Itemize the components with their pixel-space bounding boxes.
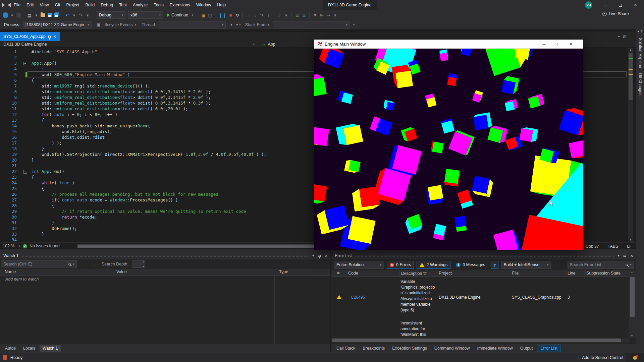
save-all-button[interactable] xyxy=(53,11,59,19)
menu-file[interactable]: File xyxy=(11,0,23,10)
search-back-icon[interactable]: ← xyxy=(84,262,88,267)
code-line[interactable]: 17 ) ); xyxy=(0,140,62,146)
menu-git[interactable]: Git xyxy=(52,0,63,10)
nav-back-dropdown[interactable]: ▾ xyxy=(9,11,15,19)
redo-dropdown[interactable]: ▾ xyxy=(85,11,91,19)
menu-window[interactable]: Window xyxy=(193,0,214,10)
tab-sys-class-app[interactable]: SYS_CLASS_App.cpp ✕ xyxy=(0,32,60,41)
bookmark-button[interactable]: ⚑ xyxy=(312,11,318,19)
avatar[interactable]: YH xyxy=(585,1,592,9)
new-file-dropdown[interactable]: ▾ xyxy=(33,11,39,19)
line-tools-button[interactable]: # xyxy=(276,11,282,19)
code-line[interactable]: 31 } xyxy=(0,220,54,226)
error-column-suppression-state[interactable]: Suppression State xyxy=(586,271,621,276)
menu-help[interactable]: Help xyxy=(214,0,229,10)
code-line[interactable]: 1#include "SYS_CLASS_App.h" xyxy=(0,49,97,55)
filter-flagged-icon[interactable]: ▼✎ xyxy=(235,23,241,26)
pin-icon[interactable] xyxy=(318,255,321,257)
pin-icon[interactable] xyxy=(624,255,626,257)
add-to-source-control-button[interactable]: ↑ Add to Source Control xyxy=(578,355,623,360)
pin-icon[interactable] xyxy=(48,36,51,38)
error-file[interactable]: SYS_CLASS_Graphics.cpp xyxy=(512,295,566,300)
zoom-control[interactable]: 102 % ▾ xyxy=(0,244,23,248)
menu-view[interactable]: View xyxy=(37,0,52,10)
code-line[interactable]: 27 if( const auto ecode = Window::Proces… xyxy=(0,197,178,203)
code-line[interactable]: 20} xyxy=(0,157,34,163)
code-line[interactable]: 10 std::uniform_real_distribution<float>… xyxy=(0,100,211,106)
engine-close-button[interactable]: ✕ xyxy=(565,40,577,49)
prev-bookmark-button[interactable]: ⇤ xyxy=(319,11,325,19)
code-line[interactable]: 23{ xyxy=(0,174,34,180)
redo-button[interactable]: ↷ xyxy=(78,11,84,19)
rail-tab-solution-explorer[interactable]: Solution Explorer xyxy=(638,38,643,68)
process-dropdown[interactable]: [108808] DX11 3D Game Engin▾ xyxy=(23,21,92,28)
code-line[interactable]: 28 { xyxy=(0,203,54,208)
error-column-description[interactable]: Description ▽ xyxy=(401,271,427,276)
tab-breakpoints[interactable]: Breakpoints xyxy=(360,345,388,352)
live-share-button[interactable]: Live Share xyxy=(602,11,629,16)
background-task-icon[interactable] xyxy=(3,355,7,360)
pin-icon[interactable]: ⊤ xyxy=(640,30,643,33)
tab-error-list[interactable]: Error List xyxy=(537,345,561,352)
watch-titlebar[interactable]: Watch 1 ▾ ✕ xyxy=(0,252,330,259)
health-check-icon[interactable]: ✓ xyxy=(23,244,27,248)
step-out-button[interactable]: ↑ xyxy=(265,11,271,19)
filter-button[interactable] xyxy=(491,261,498,269)
menu-debug[interactable]: Debug xyxy=(98,0,116,10)
code-line[interactable]: 22−int App::Go() xyxy=(0,169,64,174)
code-line[interactable]: 16 ddist,odist,rdist xyxy=(0,134,105,140)
open-folder-button[interactable] xyxy=(40,11,46,19)
preview-window-button[interactable]: ▢ xyxy=(207,11,213,19)
code-line[interactable]: 12 for( auto i = 0; i < 80; i++ ) xyxy=(0,112,117,117)
engine-maximize-button[interactable]: ▢ xyxy=(551,40,562,49)
tab-output[interactable]: Output xyxy=(517,345,536,352)
filter-threads-icon[interactable]: ▼ xyxy=(230,23,233,26)
hot-reload-button[interactable]: ▣ xyxy=(201,11,207,19)
tab-exception-settings[interactable]: Exception Settings xyxy=(389,345,430,352)
menu-extensions[interactable]: Extensions xyxy=(167,0,193,10)
menu-analyze[interactable]: Analyze xyxy=(130,0,151,10)
step-over-button[interactable]: ↷ xyxy=(259,11,265,19)
scroll-up-icon[interactable]: ▲ xyxy=(628,48,633,52)
error-list-titlebar[interactable]: Error List ▾ ✕ xyxy=(331,252,636,259)
window-position-dropdown-icon[interactable]: ▾ xyxy=(312,254,314,257)
scroll-up-icon[interactable]: ▲ xyxy=(631,271,633,274)
engine-main-window[interactable]: Engine Main Window ─ ▢ ✕ xyxy=(314,40,583,250)
nav-forward-button[interactable]: → xyxy=(16,12,21,18)
scroll-down-icon[interactable]: ▼ xyxy=(631,334,633,337)
editor-vertical-scrollbar[interactable]: ▲ ▼ xyxy=(628,48,633,242)
code-line[interactable]: 29 // if return optional has value, mean… xyxy=(0,208,246,214)
menu-build[interactable]: Build xyxy=(82,0,98,10)
code-line[interactable]: 15 wnd.Gfx(),rng,adist, xyxy=(0,129,112,134)
tab-immediate-window[interactable]: Immediate Window xyxy=(474,345,516,352)
nav-back-button[interactable]: ← xyxy=(3,12,8,18)
error-column-line[interactable]: Line xyxy=(568,271,576,276)
error-scope-dropdown[interactable]: Entire Solution▾ xyxy=(334,261,384,269)
show-next-statement-button[interactable]: → xyxy=(245,11,251,19)
code-line[interactable]: 32 DoFrame(); xyxy=(0,226,77,231)
error-search-input[interactable]: Search Error List ▾ xyxy=(568,261,634,269)
lifecycle-events-button[interactable]: Lifecycle Events xyxy=(102,22,132,27)
code-line[interactable]: 6{ xyxy=(0,77,34,83)
scroll-down-icon[interactable]: ▼ xyxy=(628,238,633,242)
break-all-button[interactable]: ❙❙ xyxy=(218,11,227,19)
code-line[interactable]: 5 wnd( 800,600,"Engine Main Window" ) xyxy=(0,72,130,77)
close-tab-icon[interactable]: ✕ xyxy=(53,35,56,39)
scope-dropdown[interactable]: → App xyxy=(258,42,279,47)
thread-dropdown[interactable]: ▾ xyxy=(159,21,226,28)
error-horizontal-scrollbar[interactable] xyxy=(331,338,629,343)
new-file-button[interactable]: ▤ xyxy=(26,11,33,19)
code-line[interactable]: 19 wnd.Gfx().SetProjection( DirectX::XMM… xyxy=(0,152,266,157)
engine-render-canvas[interactable] xyxy=(314,49,583,250)
error-description[interactable]: Variable 'Graphics::projection' is unini… xyxy=(400,279,435,313)
watch-column-name[interactable]: Name xyxy=(5,269,16,274)
panel-divider[interactable] xyxy=(0,249,636,252)
comment-button[interactable]: ≣ xyxy=(294,11,300,19)
save-button[interactable] xyxy=(47,11,53,19)
project-dropdown[interactable]: DX11 3D Game Engine ▾ xyxy=(0,42,258,47)
fold-collapse-icon[interactable]: − xyxy=(23,170,27,174)
notifications-button[interactable] xyxy=(626,353,644,362)
search-depth-spinner[interactable] xyxy=(132,260,145,268)
error-column-file[interactable]: File xyxy=(512,271,519,276)
toolbar-overflow-dropdown[interactable]: ▾ xyxy=(332,11,338,19)
